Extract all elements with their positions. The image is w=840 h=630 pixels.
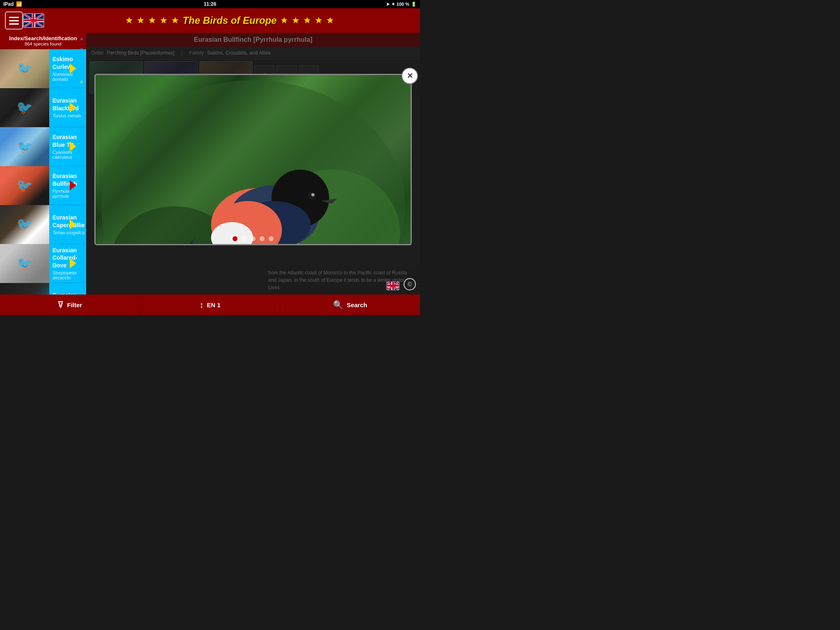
star-3: ★ [148,15,156,26]
bird-silhouette-bluetit: 🐦 [16,139,33,154]
info-separator: | [181,49,183,57]
sort-icon: ↕ [199,300,203,310]
status-time: 11:26 [204,1,217,7]
arrow-capercaillie [70,219,76,229]
bird-list: 🐦 Eskimo Curlew Numenius borealis 🐦 Eura… [0,49,86,294]
alpha-F[interactable]: F [77,91,86,95]
alpha-T[interactable]: T [77,232,86,236]
dot-3[interactable] [251,236,256,241]
filter-button[interactable]: ⊽ Filter [0,294,140,315]
flag-small [386,281,399,290]
status-left: iPad 📶 [3,1,22,7]
close-button[interactable]: ✕ [402,68,418,84]
alpha-H[interactable]: H [77,113,86,117]
wifi-icon: 📶 [16,1,22,7]
dot-4[interactable] [260,236,265,241]
battery-label: 100 % [397,2,409,7]
filter-label: Filter [67,301,82,308]
star-5: ★ [171,15,179,26]
bird-item-eskimo[interactable]: 🐦 Eskimo Curlew Numenius borealis [0,49,86,88]
bird-thumb-blackbird: 🐦 [0,88,49,127]
alpha-U[interactable]: U [77,243,86,247]
sort-label: EN 1 [207,301,220,308]
language-flag-button[interactable] [23,13,44,28]
arrow-bluetit [70,142,76,151]
dot-1[interactable] [233,236,237,241]
star-6: ★ [280,15,288,26]
alpha-G[interactable]: G [77,102,86,106]
alpha-Y[interactable]: Y [77,276,86,279]
alpha-I[interactable]: I [77,124,86,128]
menu-line-1 [9,17,19,18]
bird-item-bluetit[interactable]: 🐦 Eurasian Blue Tit Cyanistes caeruleus [0,127,86,166]
bird-silhouette-eskimo: 🐦 [16,61,33,76]
menu-line-2 [9,20,19,21]
copyright-symbol: © [408,281,412,288]
status-bar: iPad 📶 11:26 ➤ ✦ 100 % 🔋 [0,0,420,8]
image-dots [233,236,274,241]
alpha-P[interactable]: P [77,200,86,203]
bird-silhouette-bullfinch: 🐦 [16,178,33,193]
alpha-N[interactable]: N [77,178,86,182]
alpha-D[interactable]: D [77,70,86,73]
search-button[interactable]: 🔍 Search [280,294,420,315]
main-bird-image [94,74,412,245]
species-header: Eurasian Bullfinch [Pyrrhula pyrrhula] [86,33,420,47]
bird-item-coot[interactable]: 🐦 Eurasian Coot Fulica atra [0,283,86,294]
bird-item-collared[interactable]: 🐦 Eurasian Collared-Dove Streptopelia de… [0,244,86,283]
alpha-Z[interactable]: Z [77,286,86,290]
alphabet-sidebar: A B C D E F G H I J K L M N O P R S T U … [77,33,86,294]
star-8: ★ [303,15,311,26]
sort-button[interactable]: ↕ EN 1 [140,294,281,315]
bird-thumb-coot: 🐦 [0,283,49,295]
alpha-S[interactable]: S [77,221,86,225]
star-7: ★ [292,15,300,26]
alpha-L[interactable]: L [77,156,86,160]
menu-line-3 [9,23,19,25]
alpha-W[interactable]: W [77,265,86,268]
alpha-B[interactable]: B [77,48,86,52]
arrow-eskimo [70,64,76,73]
battery-icon: 🔋 [411,2,417,7]
close-icon: ✕ [407,71,413,80]
index-header: Index/Search/Identification 864 species … [0,33,86,49]
bottom-toolbar: ⊽ Filter ↕ EN 1 🔍 Search [0,294,420,315]
alpha-A[interactable]: A [77,37,86,41]
filter-icon: ⊽ [57,300,64,310]
alpha-O[interactable]: O [77,189,86,192]
bird-thumb-bullfinch: 🐦 [0,166,49,205]
bird-item-capercaillie[interactable]: 🐦 Eurasian Capercaillie Tetrao urogallus [0,205,86,244]
alpha-K[interactable]: K [77,146,86,149]
alpha-R[interactable]: R [77,210,86,214]
main-image-container: ✕ [94,74,412,245]
flag-small-icon [387,282,399,290]
header-bar: ★ ★ ★ ★ ★ The Birds of Europe ★ ★ ★ ★ ★ [0,8,420,33]
bird-item-blackbird[interactable]: 🐦 Eurasian Blackbird Turdus merula [0,88,86,127]
bluetooth-icon: ✦ [391,2,395,7]
alpha-J[interactable]: J [77,135,86,138]
bird-silhouette-blackbird: 🐦 [16,100,33,115]
bird-silhouette-capercaillie: 🐦 [16,217,33,232]
star-1: ★ [125,15,133,26]
star-9: ★ [315,15,323,26]
star-10: ★ [326,15,334,26]
star-2: ★ [137,15,145,26]
bird-thumb-eskimo: 🐦 [0,49,49,88]
alpha-V[interactable]: V [77,254,86,258]
order-value: Perching Birds [Passeriformes] [107,50,175,56]
star-4: ★ [160,15,168,26]
species-title: Eurasian Bullfinch [Pyrrhula pyrrhula] [194,36,313,43]
bird-item-bullfinch[interactable]: 🐦 Eurasian Bullfinch Pyrrhula pyrrhula [0,166,86,205]
dot-2[interactable] [242,236,247,241]
alpha-E[interactable]: E [77,80,86,84]
device-label: iPad [3,1,14,7]
alpha-M[interactable]: M [77,167,86,171]
info-row: Order Perching Birds [Passeriformes] | F… [86,47,420,59]
family-label: Family [189,50,204,56]
menu-button[interactable] [5,11,23,30]
status-right: ➤ ✦ 100 % 🔋 [386,2,417,7]
alpha-C[interactable]: C [77,59,86,63]
bird-thumb-bluetit: 🐦 [0,127,49,166]
index-title: Index/Search/Identification [2,35,84,41]
dot-5[interactable] [269,236,274,241]
